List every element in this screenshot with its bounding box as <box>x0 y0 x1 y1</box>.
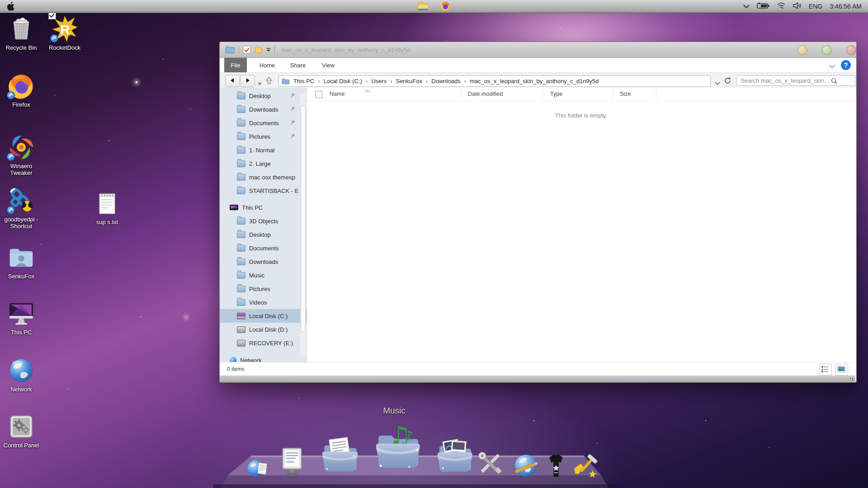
breadcrumb-senkufox[interactable]: SenkuFox <box>395 78 423 84</box>
recent-locations-icon[interactable] <box>258 79 262 87</box>
desktop-icon-this-pc[interactable]: This PC <box>0 300 42 336</box>
separator <box>239 46 239 54</box>
search-input[interactable] <box>736 75 856 86</box>
search-icon[interactable] <box>831 78 837 86</box>
breadcrumb-current-folder[interactable]: mac_os_x_leopard_skin_by_anthony_c_d1n9y… <box>469 78 600 84</box>
dock-item-internet-globe[interactable] <box>511 450 541 480</box>
volume-icon[interactable] <box>793 2 802 10</box>
desktop-icon-firefox[interactable]: Firefox <box>0 72 42 108</box>
desktop-icon-recycle-bin[interactable]: Recycle Bin <box>0 15 42 51</box>
dock-item-display-document[interactable] <box>275 446 309 479</box>
new-folder-qat-icon[interactable] <box>255 46 263 54</box>
folder-icon <box>237 174 245 181</box>
taskbar-file-explorer-icon[interactable] <box>418 1 429 13</box>
sidebar-item-recovery-e[interactable]: RECOVERY (E:) <box>220 336 307 350</box>
refresh-icon[interactable] <box>724 77 731 86</box>
desktop-icon-winaero-tweaker[interactable]: Winaero Tweaker <box>0 134 42 176</box>
desktop-icon-control-panel[interactable]: Control Panel <box>0 413 42 449</box>
dock-item-documents-folder[interactable] <box>317 433 363 479</box>
dock-item-web-document[interactable] <box>245 454 270 479</box>
breadcrumb-downloads[interactable]: Downloads <box>430 78 461 84</box>
tray-clock[interactable]: 3:46:56 AM <box>830 3 862 10</box>
dock-item-pictures-folder[interactable] <box>432 434 477 479</box>
sidebar-item-pictures[interactable]: Pictures <box>220 282 307 296</box>
desktop-icon-label: Winaero Tweaker <box>0 163 42 176</box>
back-button[interactable] <box>225 75 240 87</box>
address-dropdown-icon[interactable] <box>715 79 720 87</box>
column-type[interactable]: Type <box>550 91 562 97</box>
qat-dropdown-icon[interactable] <box>266 48 271 52</box>
sidebar-item-documents[interactable]: Documents <box>220 241 307 255</box>
sidebar-item-this-pc[interactable]: This PC <box>220 201 307 214</box>
dock-item-tshirt[interactable] <box>542 451 571 480</box>
close-button[interactable] <box>846 45 856 55</box>
thumbnail-view-button[interactable] <box>835 364 848 375</box>
sidebar-item-mac-osx-themes[interactable]: mac osx themesp <box>220 170 307 184</box>
help-button[interactable]: ? <box>841 60 851 70</box>
sidebar-item-3d-objects[interactable]: 3D Objects <box>220 214 307 228</box>
navigation-pane: Desktop Downloads Documents Pictures 1. … <box>220 88 307 362</box>
apple-menu-icon[interactable] <box>7 2 15 13</box>
sidebar-item-network[interactable]: Network <box>220 353 307 362</box>
column-divider[interactable] <box>613 89 613 99</box>
desktop-icon-goodbyedpi[interactable]: goodbyedpi - Shortcut <box>0 187 42 230</box>
resize-grip[interactable] <box>849 377 854 381</box>
tab-view[interactable]: View <box>316 58 340 72</box>
forward-button[interactable] <box>241 75 255 87</box>
maximize-button[interactable] <box>822 45 832 55</box>
up-button[interactable] <box>265 76 273 86</box>
column-date-modified[interactable]: Date modified <box>468 91 503 97</box>
minimize-button[interactable] <box>797 45 807 55</box>
title-bar[interactable]: mac_os_x_leopard_skin_by_anthony_c_d1n9y… <box>220 42 856 58</box>
dock-item-build-tools[interactable] <box>571 453 599 480</box>
taskbar-firefox-icon[interactable] <box>440 1 450 13</box>
sidebar-item-pictures-pinned[interactable]: Pictures <box>220 130 307 143</box>
desktop-icon-network[interactable]: Network <box>0 357 42 393</box>
battery-icon[interactable] <box>757 3 769 10</box>
column-divider[interactable] <box>461 89 461 99</box>
sidebar-item-desktop-pinned[interactable]: Desktop <box>220 89 307 103</box>
tray-chevron-down-icon[interactable] <box>743 3 750 10</box>
sidebar-item-downloads[interactable]: Downloads <box>220 255 307 268</box>
sidebar-item-local-disk-c[interactable]: Local Disk (C:) <box>220 309 307 323</box>
sidebar-scrollbar[interactable] <box>300 93 306 357</box>
details-view-button[interactable] <box>819 364 832 375</box>
sidebar-item-desktop[interactable]: Desktop <box>220 228 307 241</box>
folder-icon <box>237 272 245 279</box>
expand-ribbon-icon[interactable] <box>829 62 835 70</box>
dock-item-music-folder[interactable]: ♫♪ <box>369 420 426 477</box>
desktop-icon-rocketdock[interactable]: R RocketDock <box>43 15 86 51</box>
checkbox-qat-icon[interactable] <box>243 46 251 54</box>
address-bar[interactable]: This PC› Local Disk (C:)› Users› SenkuFo… <box>278 75 711 87</box>
column-divider[interactable] <box>543 89 543 99</box>
folder-qat-icon[interactable] <box>225 46 235 54</box>
dock-item-utility-tools[interactable] <box>474 447 506 480</box>
sidebar-item-2-large[interactable]: 2. Large <box>220 157 307 170</box>
sidebar-item-music[interactable]: Music <box>220 268 307 282</box>
select-all-checkbox[interactable] <box>315 91 322 98</box>
desktop-icon-senkufox[interactable]: SenkuFox <box>0 244 42 280</box>
scrollbar-thumb[interactable] <box>301 106 306 332</box>
sidebar-item-1-normal[interactable]: 1. Normal <box>220 143 307 157</box>
sidebar-item-documents-pinned[interactable]: Documents <box>220 116 307 130</box>
separator <box>274 46 275 54</box>
breadcrumb-users[interactable]: Users <box>370 78 387 84</box>
tab-share[interactable]: Share <box>286 58 310 72</box>
sidebar-item-startisback[interactable]: STARTISBACK - E <box>220 184 307 197</box>
sidebar-item-downloads-pinned[interactable]: Downloads <box>220 103 307 116</box>
imac-icon <box>8 300 35 327</box>
column-name[interactable]: Name <box>330 91 344 97</box>
breadcrumb-this-pc[interactable]: This PC <box>292 78 315 84</box>
tray-language[interactable]: ENG <box>809 3 822 10</box>
sidebar-item-local-disk-d[interactable]: Local Disk (D:) <box>220 323 307 336</box>
sidebar-item-videos[interactable]: Videos <box>220 296 307 309</box>
breadcrumb-local-disk-c[interactable]: Local Disk (C:) <box>323 78 363 84</box>
tab-file[interactable]: File <box>224 58 247 72</box>
file-list-area[interactable]: Name Date modified Type Size This folder… <box>307 88 855 362</box>
desktop-icon-sup-s-txt[interactable]: sup s.txt <box>86 190 128 225</box>
desktop-icon-label: goodbyedpi - Shortcut <box>0 216 42 230</box>
column-divider[interactable] <box>656 89 656 99</box>
wifi-icon[interactable] <box>777 2 786 10</box>
tab-home[interactable]: Home <box>255 58 279 72</box>
column-size[interactable]: Size <box>620 91 631 97</box>
